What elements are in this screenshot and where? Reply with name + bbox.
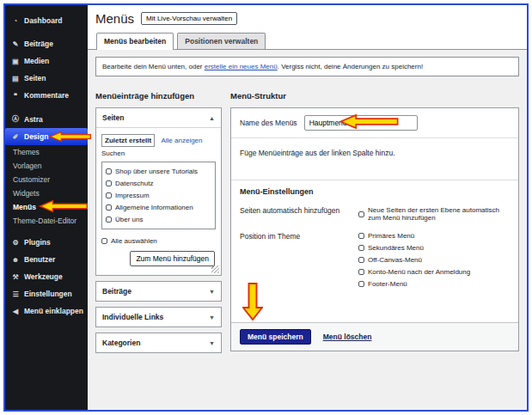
custom-links-accordion: Individuelle Links ▼ [95,307,222,327]
sidebar-subitem-customizer[interactable]: Customizer [5,173,88,186]
pages-checklist: Shop über unsere Tutorials Datenschutz I… [101,162,216,229]
menu-structure-column: Menü-Struktur Name des Menüs Füge Menüei… [230,83,519,351]
sidebar-item-comments[interactable]: ❝ Kommentare [5,87,88,104]
menu-settings-section: Menü-Einstellungen Seiten automatisch hi… [231,180,518,322]
checkbox-icon[interactable] [106,192,112,198]
main-content: Menüs Mit Live-Vorschau verwalten Menüs … [88,5,527,410]
checkbox-icon[interactable] [106,217,112,223]
annotation-arrow-save [242,283,263,320]
live-preview-button[interactable]: Mit Live-Vorschau verwalten [141,12,237,25]
save-menu-button[interactable]: Menü speichern [240,329,311,345]
posts-accordion-header[interactable]: Beiträge ▼ [96,282,221,301]
categories-accordion-header[interactable]: Kategorien ▼ [96,333,221,352]
collapse-icon: ◀ [11,308,20,315]
settings-icon: ☰ [11,290,20,298]
position-option-secondary[interactable]: Sekundäres Menü [358,244,470,252]
custom-links-accordion-label: Individuelle Links [102,313,163,321]
checkbox-icon[interactable] [358,245,364,251]
page-checkbox-row[interactable]: Allgemeine Informationen [106,204,211,211]
checkbox-icon[interactable] [358,269,364,275]
posts-icon: ✎ [11,40,20,48]
filter-tab-view-all[interactable]: Alle anzeigen [161,137,202,144]
sidebar-item-users[interactable]: ☻ Benutzer [5,251,88,268]
page-checkbox-row[interactable]: Impressum [106,192,211,199]
annotation-arrow-design [50,131,91,143]
sidebar-subitem-widgets[interactable]: Widgets [5,186,88,200]
checkbox-icon[interactable] [106,180,112,186]
astra-icon: Ⓐ [11,114,20,124]
sidebar-item-tools[interactable]: ⚒ Werkzeuge [5,268,88,285]
auto-add-pages-label: Seiten automatisch hinzufügen [240,206,358,222]
sidebar-separator [5,29,88,35]
checkbox-icon[interactable] [101,238,107,244]
position-option-offcanvas[interactable]: Off-Canvas-Menü [358,256,470,264]
annotation-arrow-menus [34,200,94,212]
checkbox-icon[interactable] [358,281,364,287]
sidebar-item-astra[interactable]: Ⓐ Astra [5,110,88,128]
sidebar-item-label: Seiten [24,74,46,82]
sidebar-item-media[interactable]: ▣ Medien [5,52,88,70]
chevron-down-icon[interactable]: ▼ [209,340,215,346]
auto-add-pages-option[interactable]: Neue Seiten der ersten Ebene automatisch… [358,206,510,222]
sidebar-item-plugins[interactable]: ⚙ Plugins [5,234,88,251]
resize-handle[interactable] [211,265,219,273]
checkbox-icon[interactable] [358,257,364,263]
page-title: Menüs [95,11,134,26]
custom-links-accordion-header[interactable]: Individuelle Links ▼ [96,308,221,327]
chevron-up-icon[interactable]: ▲ [209,115,215,121]
checkbox-icon[interactable] [106,204,112,211]
checkbox-icon[interactable] [106,168,112,174]
tab-manage-locations[interactable]: Positionen verwalten [177,33,266,49]
add-menu-items-column: Menüeinträge hinzufügen Seiten ▲ Zuletzt… [95,83,222,353]
posts-accordion: Beiträge ▼ [95,281,222,302]
sidebar-item-collapse-menu[interactable]: ◀ Menü einklappen [5,302,88,320]
chevron-down-icon[interactable]: ▼ [209,289,215,295]
add-to-menu-button[interactable]: Zum Menü hinzufügen [130,251,215,266]
categories-accordion: Kategorien ▼ [95,333,222,353]
edit-menu-notice: Bearbeite dein Menü unten, oder erstelle… [95,57,519,76]
sidebar-subitem-vorlagen[interactable]: Vorlagen [5,159,88,173]
pages-accordion-label: Seiten [102,113,125,122]
position-option-footer[interactable]: Footer-Menü [358,280,470,288]
page-item-label: Allgemeine Informationen [115,204,193,211]
sidebar-item-settings[interactable]: ☰ Einstellungen [5,285,88,302]
menu-settings-heading: Menü-Einstellungen [240,187,510,196]
filter-tab-recent[interactable]: Zuletzt erstellt [101,134,155,147]
filter-tab-search[interactable]: Suchen [101,150,216,157]
sidebar-subitem-themes[interactable]: Themes [5,145,88,159]
position-option-account[interactable]: Konto-Menü nach der Anmeldung [358,268,470,276]
page-checkbox-row[interactable]: Über uns [106,216,211,223]
page-checkbox-row[interactable]: Datenschutz [106,180,211,187]
sidebar-item-pages[interactable]: ▤ Seiten [5,70,88,87]
page-item-label: Impressum [115,192,150,199]
create-new-menu-link[interactable]: erstelle ein neues Menü [205,63,278,70]
comments-icon: ❝ [11,92,20,100]
checkbox-icon[interactable] [358,211,364,217]
sidebar-item-label: Menü einklappen [24,307,83,315]
sidebar-item-label: Astra [24,115,43,124]
checkbox-icon[interactable] [358,233,364,239]
notice-text: . Vergiss nicht, deine Änderungen zu spe… [278,63,423,70]
sidebar-item-label: Medien [24,57,49,65]
sidebar-subitem-menus[interactable]: Menüs [5,200,88,214]
sidebar-item-dashboard[interactable]: ◔ Dashboard [5,12,88,29]
sidebar-subitem-theme-editor[interactable]: Theme-Datei-Editor [5,214,88,228]
position-option-label: Primäres Menü [368,232,414,240]
page-header: Menüs Mit Live-Vorschau verwalten Menüs … [88,5,527,49]
tab-edit-menus[interactable]: Menüs bearbeiten [96,33,174,50]
pages-accordion-header[interactable]: Seiten ▲ [96,108,221,128]
users-icon: ☻ [11,256,20,264]
position-option-primary[interactable]: Primäres Menü [358,232,470,240]
sidebar-item-posts[interactable]: ✎ Beiträge [5,35,88,52]
pages-accordion-body: Zuletzt erstellt Alle anzeigen Suchen Sh… [96,128,221,275]
page-checkbox-row[interactable]: Shop über unsere Tutorials [106,168,211,175]
auto-add-option-label: Neue Seiten der ersten Ebene automatisch… [368,206,510,222]
menu-structure-panel: Name des Menüs Füge Menüeinträge aus der… [230,107,519,351]
chevron-down-icon[interactable]: ▼ [209,314,215,320]
select-all-row[interactable]: Alle auswählen [101,237,216,245]
menu-name-input[interactable] [304,115,418,131]
position-option-label: Off-Canvas-Menü [368,256,422,264]
delete-menu-link[interactable]: Menü löschen [323,333,372,341]
sidebar-item-design[interactable]: ✐ Design [5,128,88,145]
position-option-label: Sekundäres Menü [368,244,424,252]
